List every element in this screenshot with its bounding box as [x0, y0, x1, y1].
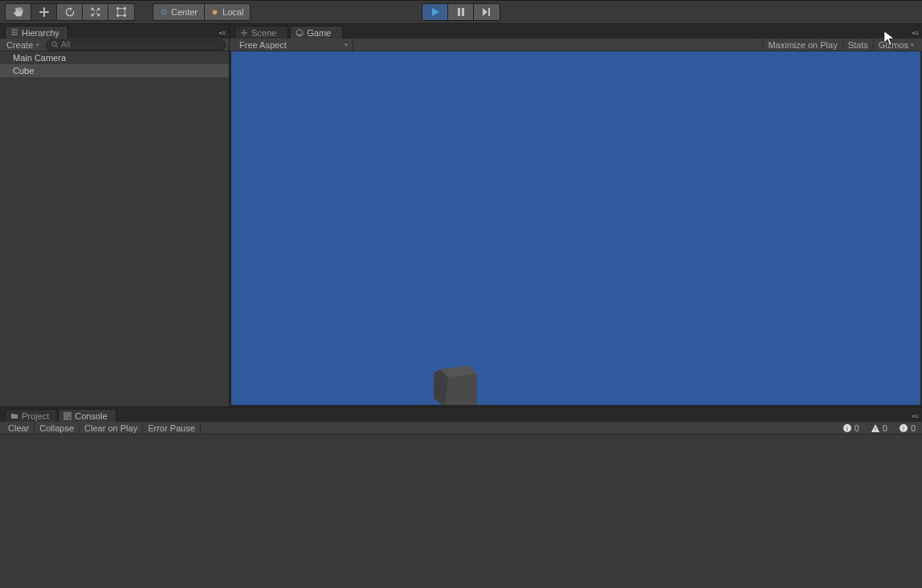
game-tab[interactable]: Game: [290, 26, 343, 39]
cube-render: [432, 361, 477, 406]
pivot-local-button[interactable]: Local: [205, 4, 250, 20]
pivot-center-button[interactable]: Center: [153, 4, 205, 20]
error-count: 0: [911, 423, 916, 433]
center-panel: Scene Game ▪≡ Free Aspect Maximize on Pl…: [230, 24, 922, 406]
project-tab-label: Project: [22, 411, 49, 421]
maximize-on-play-toggle[interactable]: Maximize on Play: [762, 39, 842, 51]
console-toolbar: Clear Collapse Clear on Play Error Pause…: [0, 422, 922, 435]
hierarchy-menu-icon[interactable]: ▪≡: [219, 29, 226, 37]
hierarchy-item[interactable]: Main Camera: [0, 51, 229, 64]
main-area: Hierarchy ▪≡ Create Main Camera Cube Sce…: [0, 24, 922, 406]
folder-icon: [10, 412, 18, 420]
error-icon: !: [899, 423, 908, 433]
hand-tool-button[interactable]: [6, 4, 31, 20]
svg-rect-10: [488, 8, 490, 16]
stats-toggle[interactable]: Stats: [842, 39, 873, 51]
aspect-dropdown[interactable]: Free Aspect: [233, 39, 353, 51]
create-dropdown[interactable]: Create: [3, 39, 43, 51]
hierarchy-item[interactable]: Cube: [0, 64, 229, 77]
scene-icon: [240, 29, 248, 37]
svg-text:i: i: [847, 425, 848, 432]
scale-tool-button[interactable]: [83, 4, 108, 20]
hierarchy-tabs: Hierarchy ▪≡: [0, 24, 229, 39]
hierarchy-icon: [10, 29, 18, 37]
center-menu-icon[interactable]: ▪≡: [912, 29, 919, 37]
info-icon: i: [842, 423, 852, 433]
svg-text:!: !: [903, 426, 904, 431]
play-controls: [422, 3, 500, 21]
bottom-tabs: Project Console ▪≡: [0, 407, 922, 422]
info-count-toggle[interactable]: i 0: [839, 423, 863, 433]
pivot-local-label: Local: [222, 7, 243, 17]
error-pause-toggle[interactable]: Error Pause: [143, 423, 201, 434]
pause-button[interactable]: [448, 4, 474, 20]
error-count-toggle[interactable]: ! 0: [895, 423, 919, 433]
hierarchy-list[interactable]: Main Camera Cube: [0, 51, 229, 406]
warn-count: 0: [883, 423, 887, 433]
collapse-toggle[interactable]: Collapse: [35, 423, 80, 434]
console-tab-label: Console: [75, 411, 107, 421]
hierarchy-search[interactable]: [46, 39, 226, 51]
game-icon: [296, 29, 304, 37]
hierarchy-tab[interactable]: Hierarchy: [5, 26, 68, 39]
scene-tab[interactable]: Scene: [235, 26, 288, 39]
play-button[interactable]: [422, 4, 448, 20]
console-icon: [63, 412, 71, 420]
transform-tools: [5, 3, 135, 21]
create-label: Create: [6, 40, 33, 50]
search-icon: [51, 41, 59, 48]
svg-rect-8: [458, 8, 460, 16]
console-counts: i 0 ! 0 ! 0: [839, 423, 919, 433]
clear-on-play-toggle[interactable]: Clear on Play: [80, 423, 143, 434]
svg-rect-0: [118, 9, 125, 16]
warning-icon: !: [871, 423, 880, 433]
move-tool-button[interactable]: [31, 4, 57, 20]
svg-point-1: [116, 7, 119, 10]
svg-point-3: [116, 14, 119, 17]
aspect-label: Free Aspect: [239, 40, 287, 50]
pivot-center-label: Center: [171, 7, 198, 17]
search-input[interactable]: [61, 40, 220, 49]
bottom-menu-icon[interactable]: ▪≡: [912, 412, 919, 420]
clear-button[interactable]: Clear: [3, 423, 35, 434]
warn-count-toggle[interactable]: ! 0: [867, 423, 891, 433]
svg-text:!: !: [875, 427, 876, 432]
svg-point-4: [124, 14, 126, 17]
hierarchy-toolbar: Create: [0, 39, 229, 51]
pivot-controls: Center Local: [153, 3, 251, 21]
gizmos-dropdown[interactable]: Gizmos: [873, 39, 919, 51]
game-viewport[interactable]: [230, 51, 922, 406]
svg-point-2: [124, 7, 126, 10]
project-tab[interactable]: Project: [5, 409, 58, 422]
bottom-panel: Project Console ▪≡ Clear Collapse Clear …: [0, 406, 922, 588]
rect-tool-button[interactable]: [108, 4, 134, 20]
game-toolbar: Free Aspect Maximize on Play Stats Gizmo…: [230, 39, 922, 51]
svg-rect-7: [212, 10, 217, 14]
console-body[interactable]: [0, 435, 922, 588]
console-tab[interactable]: Console: [58, 409, 116, 422]
rotate-tool-button[interactable]: [57, 4, 83, 20]
hierarchy-panel: Hierarchy ▪≡ Create Main Camera Cube: [0, 24, 230, 406]
scene-tab-label: Scene: [251, 28, 276, 38]
svg-point-6: [163, 11, 165, 13]
step-button[interactable]: [474, 4, 500, 20]
svg-line-12: [55, 45, 58, 47]
info-count: 0: [855, 423, 859, 433]
game-tab-label: Game: [307, 28, 331, 38]
main-toolbar: Center Local: [0, 0, 922, 24]
svg-rect-9: [462, 8, 464, 16]
hierarchy-tab-label: Hierarchy: [22, 28, 59, 38]
center-tabs: Scene Game ▪≡: [230, 24, 922, 39]
